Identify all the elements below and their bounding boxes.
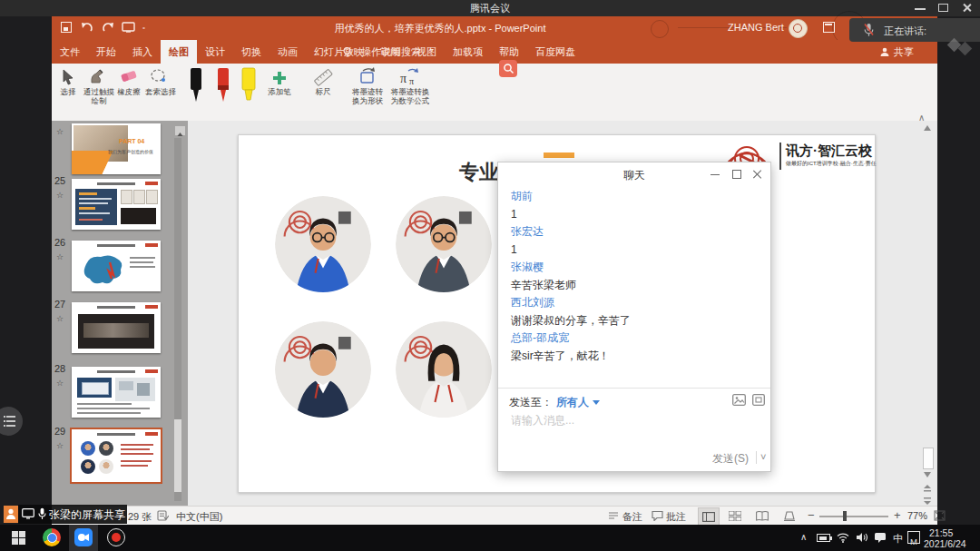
ink-to-math-icon[interactable]: ππ (397, 67, 421, 85)
volume-icon[interactable] (856, 532, 868, 543)
notification-chat-icon[interactable] (874, 532, 887, 543)
thumbnail-number: 29 (54, 426, 69, 437)
slideshow-view-button[interactable] (783, 511, 796, 521)
battery-icon[interactable] (817, 534, 830, 542)
tab-draw[interactable]: 绘图 (161, 40, 197, 64)
clock-date[interactable]: 2021/6/24 (924, 538, 966, 549)
chat-message-text: 1 (511, 241, 756, 260)
magnifier-button[interactable] (499, 60, 517, 77)
tray-expand-chevron-icon[interactable]: ∧ (800, 532, 807, 542)
previous-slide-icon[interactable] (924, 485, 931, 493)
scrollbar-thumb[interactable] (923, 448, 934, 469)
chat-message-input[interactable] (509, 413, 740, 428)
tab-animations[interactable]: 动画 (270, 40, 306, 64)
pen-yellow-highlighter[interactable] (240, 67, 257, 103)
ribbon-draw: 选择 通过触摸绘制 橡皮擦 套索选择 工具 添加笔 笔 标尺 模具 将墨迹转换为… (52, 64, 937, 122)
scroll-down-icon[interactable] (924, 472, 931, 477)
tab-file[interactable]: 文件 (52, 40, 88, 64)
meeting-minimize-icon[interactable] (915, 4, 926, 10)
account-name[interactable]: ZHANG Bert (728, 22, 784, 33)
ink-to-shape-button[interactable]: 将墨迹转换为形状 (348, 87, 387, 105)
thumbnail-slide-26[interactable] (72, 241, 161, 291)
select-tool-button[interactable]: 选择 (55, 87, 81, 96)
eraser-icon[interactable] (120, 69, 138, 84)
pen-red[interactable] (215, 67, 231, 103)
tab-baidu-netdisk[interactable]: 百度网盘 (527, 40, 583, 64)
clock-time[interactable]: 21:55 (929, 527, 953, 538)
pen-black[interactable] (188, 67, 204, 103)
chrome-icon[interactable] (43, 528, 61, 546)
add-pen-button[interactable]: 添加笔 (264, 87, 295, 96)
meeting-app-task[interactable] (69, 525, 98, 551)
slide-scrollbar[interactable] (922, 123, 933, 505)
thumbnail-scrollbar-thumb[interactable] (174, 419, 181, 492)
thumbnail-slide-27[interactable] (72, 302, 161, 353)
share-button[interactable]: 共享 (894, 45, 914, 59)
thumbnail-slide-25[interactable] (72, 179, 161, 230)
draw-with-touch-button[interactable]: 通过触摸绘制 (82, 87, 116, 105)
shared-screen-left-margin (0, 16, 52, 525)
ink-to-shape-icon[interactable] (358, 67, 377, 85)
tab-home[interactable]: 开始 (88, 40, 124, 64)
wifi-icon[interactable] (837, 532, 849, 543)
recording-app-icon[interactable] (107, 528, 125, 546)
send-options-chevron-icon[interactable]: ˅ (760, 451, 766, 462)
chat-minimize-icon[interactable] (710, 170, 720, 175)
eraser-button[interactable]: 橡皮擦 (113, 87, 144, 96)
send-to-dropdown-icon[interactable] (593, 400, 600, 405)
tab-design[interactable]: 设计 (197, 40, 233, 64)
normal-view-button[interactable] (698, 507, 720, 526)
avatar[interactable] (789, 19, 808, 38)
fit-to-window-icon[interactable] (934, 510, 946, 521)
tab-addins[interactable]: 加载项 (445, 40, 491, 64)
tellme-search[interactable]: 操作说明搜索 (353, 40, 429, 64)
thumbnail-slide-24[interactable]: PART 04 我们为客户创造的价值 (72, 123, 161, 174)
screenshot-icon[interactable] (752, 394, 765, 406)
ink-to-math-button[interactable]: 将墨迹转换为数学公式 (389, 87, 431, 105)
share-person-icon (879, 46, 890, 57)
thumbnail-panel-collapse-icon[interactable] (175, 126, 185, 135)
thumbnail-slide-29-selected[interactable] (72, 429, 161, 482)
thumbnail-scrollbar[interactable] (174, 138, 181, 501)
reading-view-button[interactable] (756, 511, 769, 521)
comments-button[interactable]: 批注 (666, 510, 686, 524)
draw-with-touch-icon[interactable] (89, 68, 107, 85)
start-button[interactable] (12, 531, 25, 545)
ruler-icon[interactable] (313, 68, 333, 86)
select-tool-icon[interactable] (61, 69, 75, 85)
notes-button[interactable]: 备注 (622, 510, 642, 524)
chat-window: 聊天 胡前 1 张宏达 1 张淑樱 辛苦张梁老师 西北刘源 谢谢梁叔的分享，辛苦… (497, 162, 771, 472)
next-slide-icon[interactable] (924, 497, 931, 505)
meeting-close-icon[interactable] (962, 4, 973, 13)
ime-language-indicator[interactable]: 中 (893, 532, 903, 546)
spellcheck-icon[interactable] (157, 510, 169, 521)
thumbnail-slide-28[interactable] (72, 367, 161, 418)
send-to-selector[interactable]: 所有人 (556, 395, 589, 410)
zoom-slider-track[interactable] (819, 516, 888, 517)
chat-message-sender: 总部-邵成宽 (511, 330, 756, 348)
zoom-out-button[interactable]: − (808, 508, 815, 522)
language-indicator[interactable]: 中文(中国) (176, 510, 222, 524)
add-pen-icon[interactable] (272, 71, 287, 85)
slide-sorter-view-button[interactable] (729, 511, 741, 521)
send-button[interactable]: 发送(S) (712, 451, 749, 467)
ribbon-display-options-icon[interactable] (823, 22, 835, 33)
screen-share-tooltip: 张梁的屏幕共享 (18, 505, 127, 524)
send-image-icon[interactable] (732, 394, 746, 406)
tab-transitions[interactable]: 切换 (233, 40, 270, 64)
lasso-select-icon[interactable] (150, 68, 168, 84)
ruler-button[interactable]: 标尺 (312, 87, 334, 96)
zoom-slider-thumb[interactable] (843, 511, 847, 521)
tab-insert[interactable]: 插入 (124, 40, 161, 64)
lasso-select-button[interactable]: 套索选择 (143, 87, 178, 96)
chat-message-sender: 张淑樱 (511, 259, 756, 277)
chat-maximize-icon[interactable] (732, 170, 741, 179)
scroll-up-icon[interactable] (924, 125, 931, 131)
meeting-maximize-icon[interactable] (938, 4, 948, 12)
zoom-level[interactable]: 77% (907, 510, 927, 521)
meeting-title: 腾讯会议 (0, 2, 980, 15)
zoom-in-button[interactable]: + (894, 508, 901, 522)
ime-mode-badge[interactable]: M (907, 531, 920, 544)
portrait-photo-4 (396, 321, 492, 418)
chat-close-icon[interactable] (753, 170, 762, 179)
